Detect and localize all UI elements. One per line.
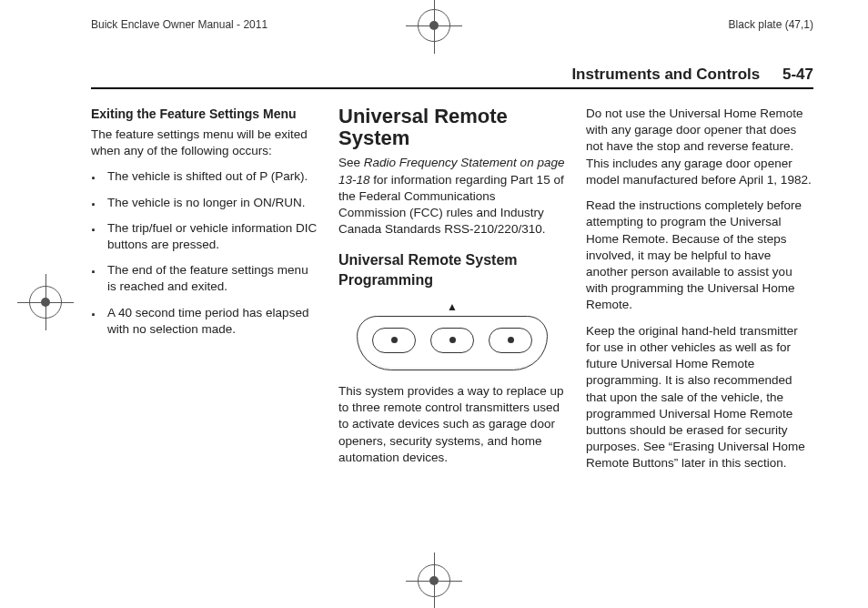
dot-icon [449,337,456,343]
list-item: A 40 second time period has elapsed with… [91,305,318,338]
col1-bullets: The vehicle is shifted out of P (Park). … [91,168,318,338]
page-number: 5-47 [782,66,813,83]
column-2: Universal Remote System See Radio Freque… [338,106,566,481]
dot-icon [508,337,514,343]
col3-para3: Keep the original hand-held transmitter … [586,323,813,472]
indicator-icon: ▲ [357,299,548,314]
section-header: Instruments and Controls 5-47 [91,66,813,89]
col2-para2: This system provides a way to replace up… [338,383,566,466]
list-item: The vehicle is shifted out of P (Park). [91,168,318,185]
list-item: The end of the feature settings menu is … [91,262,318,295]
list-item: The trip/fuel or vehicle information DIC… [91,220,318,253]
col3-para1: Do not use the Universal Home Remote wit… [586,106,813,188]
registration-mark-bottom [416,562,452,601]
text: See [338,156,364,169]
top-meta: Buick Enclave Owner Manual - 2011 Black … [91,18,813,31]
content-columns: Exiting the Feature Settings Menu The fe… [91,106,813,481]
page: Buick Enclave Owner Manual - 2011 Black … [0,0,868,500]
column-1: Exiting the Feature Settings Menu The fe… [91,106,318,481]
remote-figure: ▲ [357,299,548,370]
plate-label: Black plate (47,1) [729,18,813,31]
dot-icon [391,337,398,343]
col2-heading-sub: Universal Remote System Programming [338,250,566,289]
remote-device [357,316,548,370]
section-title: Instruments and Controls [571,66,760,83]
remote-button-1 [372,328,416,353]
manual-title: Buick Enclave Owner Manual - 2011 [91,18,267,31]
registration-mark-left [27,284,64,324]
list-item: The vehicle is no longer in ON/RUN. [91,195,318,211]
column-3: Do not use the Universal Home Remote wit… [586,106,813,481]
remote-button-2 [430,328,474,353]
remote-button-3 [489,328,532,353]
col3-para2: Read the instructions completely before … [586,198,813,314]
text: for information regarding Part 15 of the… [338,173,564,237]
registration-mark-top [416,7,452,46]
col2-heading-main: Universal Remote System [338,106,566,149]
col1-heading: Exiting the Feature Settings Menu [91,106,318,123]
col1-intro: The feature settings menu will be exited… [91,127,318,159]
col2-para1: See Radio Frequency Statement on page 13… [338,155,566,238]
